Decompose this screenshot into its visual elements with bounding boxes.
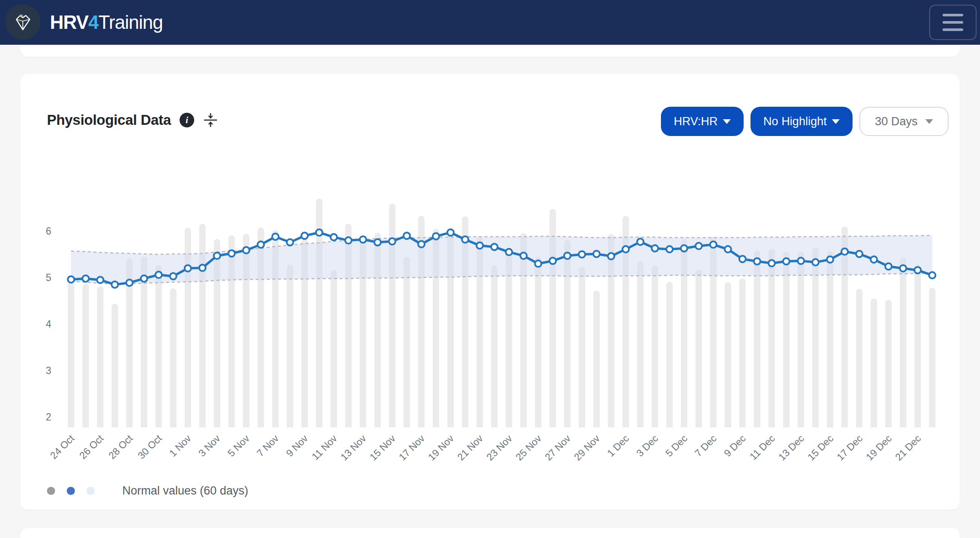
data-point-marker[interactable] — [652, 245, 658, 251]
bar[interactable] — [331, 270, 337, 434]
data-point-marker[interactable] — [389, 238, 395, 244]
metric-dropdown[interactable]: HRV:HR — [661, 107, 744, 136]
data-point-marker[interactable] — [301, 232, 308, 239]
bar[interactable] — [593, 291, 600, 434]
data-point-marker[interactable] — [170, 273, 177, 279]
bar[interactable] — [666, 282, 673, 434]
brand-wordmark[interactable]: HRV4Training — [50, 0, 163, 45]
bar[interactable] — [900, 258, 906, 434]
data-point-marker[interactable] — [287, 239, 293, 245]
data-point-marker[interactable] — [710, 241, 716, 248]
data-point-marker[interactable] — [812, 259, 819, 266]
data-point-marker[interactable] — [564, 253, 571, 259]
bar[interactable] — [403, 257, 410, 434]
data-point-marker[interactable] — [885, 263, 892, 270]
data-point-marker[interactable] — [374, 239, 381, 245]
data-point-marker[interactable] — [827, 256, 833, 263]
physiological-chart[interactable]: 6543224 Oct26 Oct28 Oct30 Oct1 Nov3 Nov5… — [20, 74, 960, 510]
bar[interactable] — [170, 288, 177, 434]
data-point-marker[interactable] — [403, 232, 410, 239]
bar[interactable] — [506, 250, 512, 434]
data-point-marker[interactable] — [754, 258, 760, 265]
data-point-marker[interactable] — [126, 279, 133, 286]
highlight-dropdown[interactable]: No Highlight — [751, 107, 853, 136]
data-point-marker[interactable] — [112, 281, 118, 288]
data-point-marker[interactable] — [345, 237, 352, 244]
data-point-marker[interactable] — [228, 250, 235, 257]
bar[interactable] — [652, 266, 658, 434]
data-point-marker[interactable] — [82, 275, 89, 282]
range-dropdown[interactable]: 30 Days — [859, 107, 949, 136]
data-point-marker[interactable] — [141, 275, 147, 282]
data-point-marker[interactable] — [783, 258, 790, 265]
legend-dot-gray[interactable] — [47, 487, 55, 495]
data-point-marker[interactable] — [695, 243, 702, 249]
legend-dot-pale[interactable] — [87, 487, 95, 495]
data-point-marker[interactable] — [856, 250, 862, 257]
data-point-marker[interactable] — [915, 267, 921, 273]
data-point-marker[interactable] — [243, 247, 249, 254]
data-point-marker[interactable] — [929, 272, 936, 278]
data-point-marker[interactable] — [477, 242, 483, 249]
info-icon[interactable]: i — [180, 113, 194, 127]
data-point-marker[interactable] — [447, 229, 454, 236]
data-point-marker[interactable] — [520, 253, 527, 259]
bar[interactable] — [754, 250, 760, 434]
data-point-marker[interactable] — [593, 250, 600, 257]
data-point-marker[interactable] — [535, 260, 541, 267]
bar[interactable] — [871, 299, 877, 434]
collapse-icon[interactable] — [203, 112, 218, 128]
data-point-marker[interactable] — [316, 229, 323, 236]
data-point-marker[interactable] — [185, 265, 191, 272]
data-point-marker[interactable] — [725, 246, 731, 253]
bar[interactable] — [579, 267, 585, 434]
data-point-marker[interactable] — [637, 238, 644, 245]
bar[interactable] — [725, 282, 731, 434]
bar[interactable] — [929, 288, 936, 434]
bar[interactable] — [915, 265, 921, 434]
bar[interactable] — [68, 282, 74, 434]
data-point-marker[interactable] — [769, 260, 775, 266]
data-point-marker[interactable] — [579, 251, 585, 258]
data-point-marker[interactable] — [418, 241, 425, 247]
data-point-marker[interactable] — [841, 248, 848, 255]
data-point-marker[interactable] — [666, 246, 673, 253]
bar[interactable] — [97, 287, 103, 434]
bar[interactable] — [155, 265, 162, 434]
bar[interactable] — [112, 303, 118, 434]
data-point-marker[interactable] — [272, 233, 279, 240]
bar[interactable] — [769, 249, 775, 434]
data-point-marker[interactable] — [739, 256, 746, 262]
data-point-marker[interactable] — [360, 236, 366, 243]
bar[interactable] — [885, 300, 892, 434]
bar[interactable] — [491, 266, 498, 434]
bar[interactable] — [637, 261, 644, 434]
bar[interactable] — [695, 270, 702, 434]
data-point-marker[interactable] — [506, 249, 512, 255]
hamburger-menu-button[interactable] — [929, 5, 977, 40]
data-point-marker[interactable] — [462, 236, 468, 243]
data-point-marker[interactable] — [155, 272, 162, 278]
data-point-marker[interactable] — [623, 246, 629, 253]
data-point-marker[interactable] — [549, 258, 556, 264]
bar[interactable] — [827, 251, 833, 434]
app-logo[interactable] — [5, 4, 40, 40]
data-point-marker[interactable] — [798, 258, 804, 264]
bar[interactable] — [739, 278, 746, 434]
bar[interactable] — [783, 252, 790, 434]
bar[interactable] — [82, 284, 89, 434]
data-point-marker[interactable] — [214, 253, 220, 259]
data-point-marker[interactable] — [97, 277, 103, 283]
bar[interactable] — [798, 252, 804, 434]
data-point-marker[interactable] — [681, 245, 687, 251]
data-point-marker[interactable] — [199, 265, 206, 271]
data-point-marker[interactable] — [257, 241, 264, 248]
data-point-marker[interactable] — [433, 233, 439, 239]
data-point-marker[interactable] — [608, 253, 614, 260]
bar[interactable] — [535, 257, 541, 434]
data-point-marker[interactable] — [900, 265, 906, 272]
data-point-marker[interactable] — [871, 256, 877, 263]
data-point-marker[interactable] — [331, 234, 337, 241]
data-point-marker[interactable] — [68, 276, 74, 283]
bar[interactable] — [856, 289, 862, 434]
